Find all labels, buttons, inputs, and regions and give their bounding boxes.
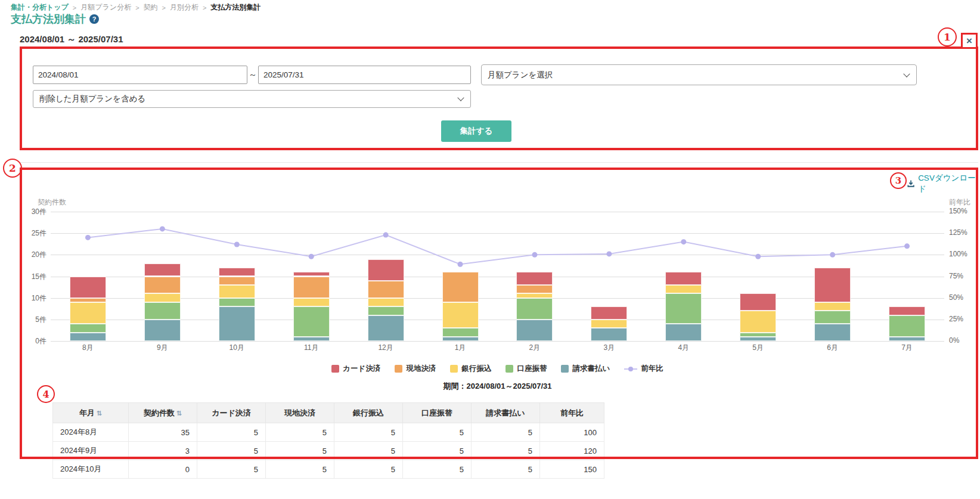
x-axis-label: 10月 bbox=[213, 343, 260, 353]
chevron-down-icon bbox=[903, 70, 910, 77]
breadcrumb-item[interactable]: 集計・分析トップ bbox=[11, 2, 69, 13]
cell-value: 5 bbox=[403, 442, 472, 460]
legend-swatch bbox=[331, 365, 339, 373]
bar-segment bbox=[144, 320, 181, 341]
cell-month: 2024年9月 bbox=[53, 442, 129, 460]
breadcrumb-item[interactable]: 月額プラン分析 bbox=[80, 2, 131, 13]
plan-select[interactable]: 月額プランを選択 bbox=[481, 64, 917, 85]
right-axis-tick: 25% bbox=[949, 315, 963, 323]
column-header-2[interactable]: 契約件数⇅ bbox=[129, 403, 197, 423]
plan-select-value: 月額プランを選択 bbox=[488, 70, 553, 80]
cell-value: 5 bbox=[266, 423, 334, 442]
bar-segment bbox=[368, 259, 404, 281]
right-axis-tick: 125% bbox=[949, 228, 967, 237]
legend-item[interactable]: 口座振替 bbox=[505, 364, 547, 374]
cell-value: 5 bbox=[266, 460, 334, 479]
bar-segment bbox=[144, 264, 181, 277]
cell-value: 5 bbox=[266, 442, 334, 460]
column-header-3: カード決済 bbox=[197, 403, 266, 423]
legend-item[interactable]: 現地決済 bbox=[395, 364, 436, 374]
cell-month: 2024年8月 bbox=[53, 423, 129, 442]
legend-item[interactable]: 銀行振込 bbox=[450, 364, 491, 374]
breadcrumb-item[interactable]: 契約 bbox=[144, 2, 158, 13]
bar-segment bbox=[516, 285, 553, 293]
cell-value: 5 bbox=[197, 423, 266, 442]
legend-label: 前年比 bbox=[641, 364, 663, 374]
bar-segment bbox=[665, 324, 702, 341]
page-title: 支払方法別集計 bbox=[11, 12, 86, 26]
bar-segment bbox=[516, 293, 553, 297]
help-icon[interactable]: ? bbox=[89, 14, 99, 24]
x-axis-label: 2月 bbox=[511, 343, 559, 353]
bar-segment bbox=[442, 337, 479, 341]
right-axis-tick: 100% bbox=[949, 250, 967, 258]
legend-item[interactable]: カード決済 bbox=[331, 364, 380, 374]
legend-label: 銀行振込 bbox=[461, 364, 491, 374]
bar-segment bbox=[368, 315, 404, 341]
breadcrumb-separator: > bbox=[135, 4, 139, 11]
bar-segment bbox=[368, 298, 404, 306]
legend-label: カード決済 bbox=[343, 364, 380, 374]
monthly-summary-table: 年月⇅契約件数⇅カード決済現地決済銀行振込口座振替請求書払い前年比 2024年8… bbox=[52, 402, 604, 479]
column-header-5: 銀行振込 bbox=[334, 403, 403, 423]
aggregate-button[interactable]: 集計する bbox=[441, 120, 511, 142]
breadcrumb-separator: > bbox=[162, 4, 166, 11]
left-axis-tick: 15件 bbox=[17, 272, 46, 282]
sort-icon: ⇅ bbox=[176, 410, 182, 417]
column-header-6: 口座振替 bbox=[403, 403, 472, 423]
close-button[interactable]: × bbox=[961, 33, 978, 49]
x-axis-label: 8月 bbox=[64, 343, 111, 353]
right-axis-title: 前年比 bbox=[949, 197, 970, 207]
breadcrumb-separator: > bbox=[73, 4, 76, 11]
deleted-plan-select-value: 削除した月額プランを含める bbox=[39, 94, 145, 104]
annotation-number-4: 4 bbox=[37, 385, 55, 403]
gridline bbox=[51, 212, 944, 212]
x-axis-label: 4月 bbox=[660, 343, 708, 353]
legend-swatch bbox=[561, 365, 569, 373]
bar-segment bbox=[516, 320, 553, 341]
deleted-plan-select[interactable]: 削除した月額プランを含める bbox=[33, 90, 471, 108]
cell-value: 35 bbox=[129, 423, 197, 442]
breadcrumb-item: 支払方法別集計 bbox=[210, 2, 260, 13]
bar-segment bbox=[293, 298, 330, 306]
bar-segment bbox=[219, 285, 255, 298]
bar-segment bbox=[740, 293, 776, 311]
cell-value: 150 bbox=[540, 460, 604, 479]
bar-segment bbox=[70, 302, 106, 324]
bar-segment bbox=[144, 277, 181, 294]
chart-caption: 期間：2024/08/01～2025/07/31 bbox=[51, 381, 944, 392]
gridline bbox=[51, 341, 944, 342]
bar-segment bbox=[219, 277, 255, 285]
legend-item-line[interactable]: 前年比 bbox=[624, 364, 663, 374]
bar-segment bbox=[144, 302, 181, 320]
cell-value: 5 bbox=[403, 423, 472, 442]
csv-download-link[interactable]: CSVダウンロード bbox=[907, 173, 980, 194]
right-axis-tick: 75% bbox=[949, 272, 963, 280]
bar-segment bbox=[591, 320, 627, 328]
breadcrumb-item[interactable]: 月別分析 bbox=[170, 2, 199, 13]
bar-segment bbox=[442, 272, 479, 302]
x-axis-label: 7月 bbox=[883, 343, 931, 353]
x-axis-label: 6月 bbox=[809, 343, 857, 353]
date-to-input[interactable] bbox=[258, 66, 471, 84]
bar-segment bbox=[740, 333, 776, 337]
cell-value: 3 bbox=[129, 442, 197, 460]
legend-item[interactable]: 請求書払い bbox=[561, 364, 610, 374]
bar-segment bbox=[516, 298, 553, 320]
left-axis-tick: 25件 bbox=[17, 228, 46, 238]
right-axis-tick: 0% bbox=[949, 336, 959, 345]
bar-segment bbox=[442, 328, 479, 336]
legend-swatch bbox=[395, 365, 402, 373]
left-axis-tick: 20件 bbox=[17, 250, 46, 260]
cell-value: 5 bbox=[197, 460, 266, 479]
left-axis-tick: 30件 bbox=[17, 207, 46, 217]
bar-segment bbox=[889, 315, 925, 337]
page-title-row: 支払方法別集計 ? bbox=[11, 12, 99, 26]
column-header-1[interactable]: 年月⇅ bbox=[53, 403, 129, 423]
bar-segment bbox=[293, 337, 330, 341]
chevron-down-icon bbox=[457, 94, 464, 101]
bar-segment bbox=[665, 285, 702, 293]
bar-segment bbox=[814, 268, 851, 302]
cell-value: 120 bbox=[540, 442, 604, 460]
date-from-input[interactable] bbox=[33, 66, 247, 84]
